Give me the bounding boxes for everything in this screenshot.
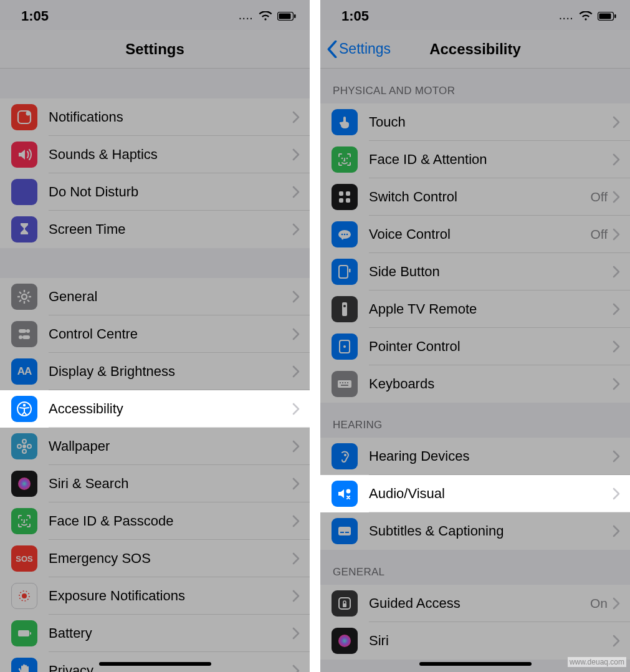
row-siri[interactable]: Siri & Search: [0, 465, 310, 502]
row-siri2[interactable]: Siri: [320, 622, 630, 660]
row-exposure[interactable]: Exposure Notifications: [0, 577, 310, 615]
status-time: 1:05: [21, 8, 49, 24]
row-label: Sounds & Haptics: [49, 146, 292, 163]
chevron-right-icon: [613, 635, 620, 647]
row-label: Side Button: [369, 264, 613, 280]
row-faceid-att[interactable]: Face ID & Attention: [320, 141, 630, 178]
page-title: Accessibility: [429, 41, 521, 58]
row-notifications[interactable]: Notifications: [0, 98, 310, 136]
chevron-right-icon: [613, 153, 620, 166]
row-label: Accessibility: [49, 401, 292, 417]
chevron-right-icon: [613, 191, 620, 203]
row-accessibility[interactable]: Accessibility: [0, 390, 310, 428]
svg-point-64: [338, 635, 351, 647]
row-label: Keyboards: [369, 376, 613, 392]
voice-icon: [332, 221, 358, 247]
row-wallpaper[interactable]: Wallpaper: [0, 428, 310, 465]
section-gap: [0, 248, 310, 278]
row-controlcentre[interactable]: Control Centre: [0, 315, 310, 353]
svg-point-57: [344, 454, 346, 456]
flower-icon: [11, 433, 37, 459]
row-switchcontrol[interactable]: Switch ControlOff: [320, 178, 630, 216]
svg-point-43: [344, 234, 346, 236]
settings-group: GeneralControl CentreAADisplay & Brightn…: [0, 278, 310, 672]
chevron-right-icon: [292, 223, 300, 236]
status-bar: 1:05 ....: [0, 0, 310, 30]
row-label: Touch: [369, 114, 613, 130]
svg-point-17: [19, 335, 22, 339]
battery-status-icon: [277, 12, 296, 21]
row-label: Siri & Search: [49, 476, 292, 492]
row-battery[interactable]: Battery: [0, 615, 310, 652]
chevron-right-icon: [613, 116, 620, 128]
row-screentime[interactable]: Screen Time: [0, 211, 310, 248]
row-sidebutton[interactable]: Side Button: [320, 253, 630, 290]
row-label: Display & Brightness: [49, 363, 292, 380]
svg-rect-61: [345, 532, 349, 533]
row-guided[interactable]: Guided AccessOn: [320, 585, 630, 622]
home-indicator[interactable]: [419, 662, 532, 666]
row-label: Face ID & Passcode: [49, 513, 292, 529]
home-indicator[interactable]: [99, 662, 211, 666]
settings-group: TouchFace ID & AttentionSwitch ControlOf…: [320, 103, 630, 403]
row-label: Pointer Control: [369, 338, 613, 355]
battery-icon: [11, 620, 37, 646]
row-faceid[interactable]: Face ID & Passcode: [0, 502, 310, 540]
svg-rect-38: [346, 191, 350, 196]
status-time: 1:05: [341, 8, 369, 24]
svg-point-35: [341, 158, 343, 160]
row-display[interactable]: AADisplay & Brightness: [0, 353, 310, 390]
switchctl-icon: [332, 184, 358, 210]
audiovisual-icon: [332, 481, 358, 507]
sounds-icon: [11, 142, 37, 168]
row-label: Notifications: [49, 109, 292, 125]
aa-icon: AA: [11, 358, 37, 385]
row-hearing[interactable]: Hearing Devices: [320, 438, 630, 475]
row-subtitles[interactable]: Subtitles & Captioning: [320, 512, 630, 550]
touch-icon: [332, 109, 358, 135]
row-label: Screen Time: [49, 221, 292, 238]
row-general[interactable]: General: [0, 278, 310, 315]
row-label: Switch Control: [369, 189, 590, 205]
row-label: Guided Access: [369, 595, 590, 612]
row-sos[interactable]: SOSEmergency SOS: [0, 540, 310, 577]
row-dnd[interactable]: Do Not Disturb: [0, 173, 310, 211]
exposure-icon: [11, 583, 37, 609]
hand-icon: [11, 658, 37, 672]
svg-rect-52: [340, 382, 341, 383]
svg-rect-30: [18, 630, 29, 636]
row-label: Control Centre: [49, 326, 292, 342]
row-touch[interactable]: Touch: [320, 103, 630, 141]
row-keyboards[interactable]: Keyboards: [320, 365, 630, 403]
settings-group: Hearing DevicesAudio/VisualSubtitles & C…: [320, 438, 630, 550]
svg-line-13: [27, 292, 29, 294]
svg-rect-34: [614, 14, 616, 18]
svg-point-22: [22, 449, 26, 453]
svg-rect-2: [294, 14, 296, 18]
svg-rect-39: [339, 198, 343, 203]
chevron-right-icon: [292, 478, 300, 490]
row-appletv[interactable]: Apple TV Remote: [320, 290, 630, 328]
back-label: Settings: [339, 41, 391, 57]
svg-point-42: [341, 234, 343, 236]
chevron-right-icon: [292, 665, 300, 672]
row-label: Face ID & Attention: [369, 151, 613, 168]
chevron-right-icon: [292, 403, 300, 415]
row-voicecontrol[interactable]: Voice ControlOff: [320, 216, 630, 253]
row-pointer[interactable]: Pointer Control: [320, 328, 630, 365]
row-label: Audio/Visual: [369, 486, 613, 502]
row-label: Siri: [369, 633, 613, 649]
chevron-right-icon: [292, 627, 300, 640]
hourglass-icon: [11, 216, 37, 242]
row-sounds[interactable]: Sounds & Haptics: [0, 136, 310, 173]
wifi-icon: [259, 11, 272, 21]
separator: [369, 512, 630, 512]
back-button[interactable]: Settings: [327, 30, 391, 68]
wifi-icon: [579, 11, 593, 21]
chevron-right-icon: [613, 597, 620, 610]
svg-point-36: [346, 158, 348, 160]
row-audiovisual[interactable]: Audio/Visual: [320, 475, 630, 512]
svg-rect-55: [347, 382, 348, 383]
svg-rect-60: [340, 532, 344, 533]
chevron-right-icon: [292, 186, 300, 198]
